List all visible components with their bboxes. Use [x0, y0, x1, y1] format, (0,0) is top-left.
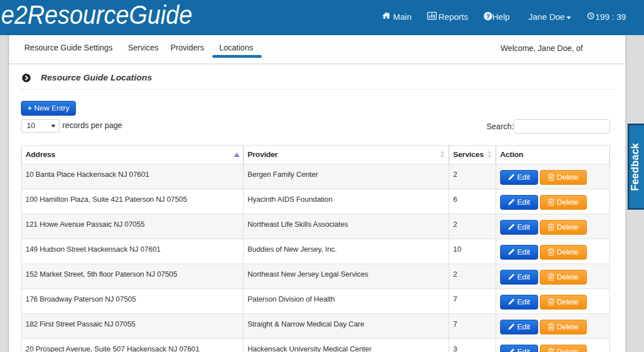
- svg-text:?: ?: [486, 13, 490, 20]
